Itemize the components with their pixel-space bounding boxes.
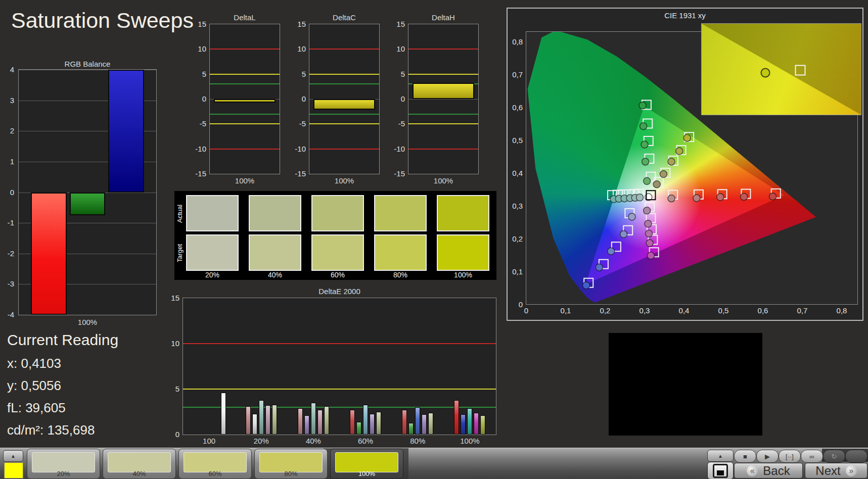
col-label-40: 40% [249, 271, 301, 279]
inset-target-square [795, 65, 806, 75]
measurement-point [741, 193, 748, 200]
cie-x-tick-label: 0,1 [561, 306, 571, 315]
deltae-bar [246, 406, 251, 435]
inset-measurement-point [761, 68, 770, 78]
y-tick-label: 5 [401, 69, 405, 78]
y-tick-label: -15 [394, 169, 405, 178]
deltae-bar [272, 405, 277, 435]
y-tick-label: -5 [299, 119, 306, 128]
up-arrow-icon: ▲ [11, 453, 16, 459]
pattern-button-20[interactable]: 20% [27, 449, 100, 479]
yellow-limit-line [183, 389, 496, 390]
measurement-point [717, 194, 724, 201]
deltae-bar [461, 414, 466, 435]
deltae-x-label: 60% [343, 437, 388, 445]
measurement-point [636, 194, 644, 201]
gridline [19, 315, 156, 315]
back-button[interactable]: « Back [734, 463, 803, 478]
deltae-x-label: 80% [395, 437, 440, 445]
saturation-swatch-table: Actual Target 20% 40% 60% 80% 100% [174, 191, 496, 280]
pattern-chip-80 [259, 452, 323, 472]
y-tick-label: 15 [396, 20, 405, 28]
row-label-target: Target [175, 234, 184, 272]
status-led-button[interactable] [845, 450, 867, 463]
deltae-x-label: 40% [291, 437, 336, 445]
green-limit-line [210, 83, 280, 84]
cie-x-tick-label: 0 [524, 306, 528, 315]
measurement-point [693, 195, 700, 202]
deltae-bar [402, 410, 407, 435]
play-button[interactable]: ▶ [756, 450, 779, 463]
measurement-point [647, 252, 654, 259]
transport-controls: ▲ ■ ▶ [··] ∞ ↻ « Back Next » [706, 448, 868, 479]
y-tick-label: 0 [175, 430, 179, 439]
deltae-bar [265, 405, 270, 435]
target-swatch-100 [437, 234, 489, 271]
pattern-button-100[interactable]: 100% [330, 449, 403, 479]
deltae-x-label: 20% [239, 437, 284, 445]
y-tick-label: 0 [401, 94, 405, 103]
red-limit-line [309, 149, 379, 150]
deltah-plot [408, 24, 479, 174]
deltac-title: DeltaC [309, 13, 380, 22]
next-chevron-icon: » [846, 465, 857, 476]
col-label-60: 60% [311, 271, 364, 279]
cie-x-tick-label: 0,3 [639, 306, 650, 315]
next-button[interactable]: Next » [805, 463, 867, 478]
measurement-point [608, 248, 615, 255]
deltae-bar [467, 408, 472, 435]
deltae-bar [422, 414, 427, 435]
deltae-bar [259, 400, 264, 435]
current-reading-heading: Current Reading [7, 331, 118, 349]
deltae-bar [304, 415, 309, 435]
deltae-bar [221, 393, 226, 435]
pattern-window-button[interactable] [707, 462, 734, 479]
page-title: Saturation Sweeps [11, 8, 194, 33]
actual-swatch-20 [186, 195, 239, 231]
deltae-bar [363, 405, 368, 435]
cie-x-tick-label: 0,8 [837, 306, 847, 315]
window-icon [713, 464, 728, 478]
current-reading-cdm2: cd/m²: 135,698 [7, 422, 95, 438]
interval-button[interactable]: [··] [779, 450, 801, 463]
pattern-label-80: 80% [255, 470, 327, 477]
refresh-button[interactable]: ↻ [823, 450, 845, 463]
green-limit-line [183, 407, 496, 408]
green-limit-line [309, 83, 379, 84]
pattern-label-100: 100% [331, 470, 403, 477]
deltal-plot [209, 24, 280, 174]
stop-button[interactable]: ■ [734, 450, 756, 463]
y-tick-label: -5 [398, 119, 405, 128]
deltal-title: DeltaL [209, 13, 280, 22]
rgb-balance-title: RGB Balance [18, 60, 157, 68]
col-label-20: 20% [186, 271, 239, 279]
delta-bar [413, 83, 474, 99]
refresh-icon: ↻ [832, 453, 837, 460]
yellow-limit-line [309, 123, 379, 124]
measurement-point [583, 282, 590, 289]
collapse-controls-button[interactable]: ▲ [707, 450, 734, 462]
target-swatch-20 [186, 234, 239, 271]
loop-button[interactable]: ∞ [801, 450, 823, 463]
pattern-button-40[interactable]: 40% [103, 449, 176, 479]
deltae-x-label: 100 [187, 437, 232, 445]
deltae-plot: 10020%40%60%80%100% [182, 298, 496, 435]
pattern-button-60[interactable]: 60% [178, 449, 252, 479]
rgb-balance-plot [18, 69, 157, 315]
deltah-x-label: 100% [408, 176, 479, 185]
cie-x-tick-label: 0,2 [600, 306, 611, 315]
cie-y-tick-label: 0,8 [512, 37, 523, 46]
cie-y-tick-label: 0,1 [512, 267, 523, 276]
y-tick-label: 10 [297, 44, 306, 53]
deltae-bar [474, 413, 479, 435]
pattern-button-80[interactable]: 80% [254, 449, 328, 479]
red-limit-line [408, 149, 478, 150]
y-tick-label: 4 [10, 65, 14, 74]
next-label: Next [815, 464, 840, 478]
pattern-chip-40 [108, 452, 171, 472]
green-limit-line [210, 114, 280, 115]
deltae-x-label: 100% [447, 437, 492, 445]
measurement-point [641, 141, 648, 148]
collapse-pattern-button[interactable]: ▲ [3, 450, 23, 462]
yellow-limit-line [210, 74, 280, 75]
